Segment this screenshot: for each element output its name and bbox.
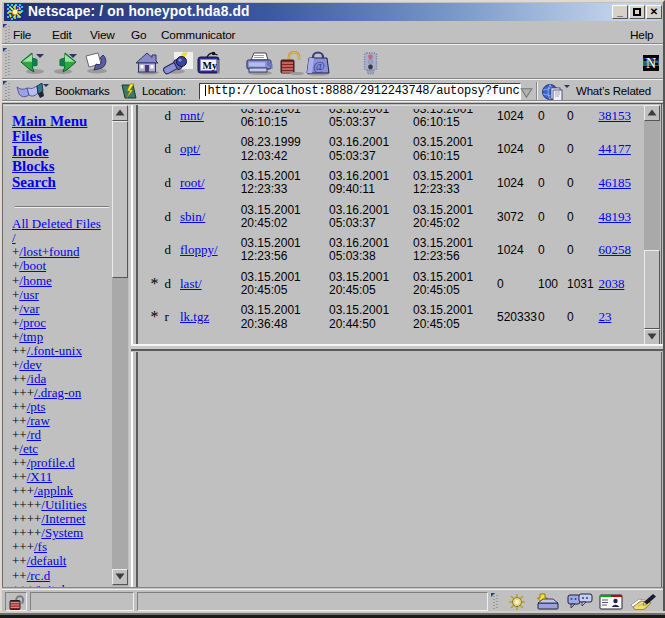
- svg-text:@: @: [313, 58, 325, 73]
- svg-text:My: My: [203, 60, 217, 71]
- svg-text:N: N: [646, 56, 656, 71]
